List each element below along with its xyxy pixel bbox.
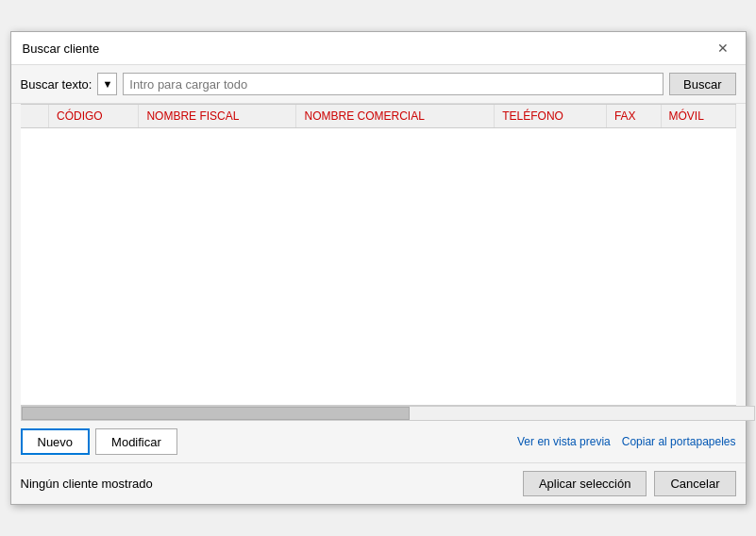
- search-label: Buscar texto:: [21, 77, 92, 92]
- col-check: [21, 105, 49, 128]
- search-dropdown-button[interactable]: ▼: [97, 73, 117, 95]
- bottom-bar: Ningún cliente mostrado Aplicar selecció…: [11, 462, 746, 504]
- title-bar: Buscar cliente ✕: [11, 32, 746, 65]
- status-text: Ningún cliente mostrado: [21, 477, 153, 491]
- action-bar: Nuevo Modificar Ver en vista previa Copi…: [11, 421, 746, 462]
- scrollbar-thumb: [22, 407, 410, 420]
- table-body: [21, 128, 736, 393]
- ver-vista-previa-link[interactable]: Ver en vista previa: [517, 435, 611, 448]
- dialog-title: Buscar cliente: [23, 42, 100, 56]
- copiar-portapapeles-link[interactable]: Copiar al portapapeles: [622, 435, 736, 448]
- col-codigo: CÓDIGO: [49, 105, 139, 128]
- results-table: CÓDIGO NOMBRE FISCAL NOMBRE COMERCIAL TE…: [21, 105, 736, 393]
- cancelar-button[interactable]: Cancelar: [654, 471, 735, 496]
- col-nombre-comercial: NOMBRE COMERCIAL: [296, 105, 495, 128]
- search-bar: Buscar texto: ▼ Buscar: [11, 65, 746, 104]
- aplicar-seleccion-button[interactable]: Aplicar selección: [523, 471, 647, 496]
- modificar-button[interactable]: Modificar: [95, 428, 177, 455]
- horizontal-scrollbar[interactable]: [21, 406, 755, 421]
- col-nombre-fiscal: NOMBRE FISCAL: [139, 105, 296, 128]
- buscar-cliente-dialog: Buscar cliente ✕ Buscar texto: ▼ Buscar …: [10, 31, 747, 505]
- close-button[interactable]: ✕: [712, 40, 734, 57]
- col-movil: MÓVIL: [661, 105, 735, 128]
- nuevo-button[interactable]: Nuevo: [21, 428, 91, 455]
- action-links: Ver en vista previa Copiar al portapapel…: [517, 435, 735, 448]
- col-telefono: TELÉFONO: [495, 105, 607, 128]
- results-table-container: CÓDIGO NOMBRE FISCAL NOMBRE COMERCIAL TE…: [21, 104, 736, 406]
- search-input[interactable]: [123, 73, 664, 95]
- bottom-buttons: Aplicar selección Cancelar: [523, 471, 736, 496]
- table-header-row: CÓDIGO NOMBRE FISCAL NOMBRE COMERCIAL TE…: [21, 105, 736, 128]
- col-fax: FAX: [606, 105, 661, 128]
- search-button[interactable]: Buscar: [669, 73, 735, 95]
